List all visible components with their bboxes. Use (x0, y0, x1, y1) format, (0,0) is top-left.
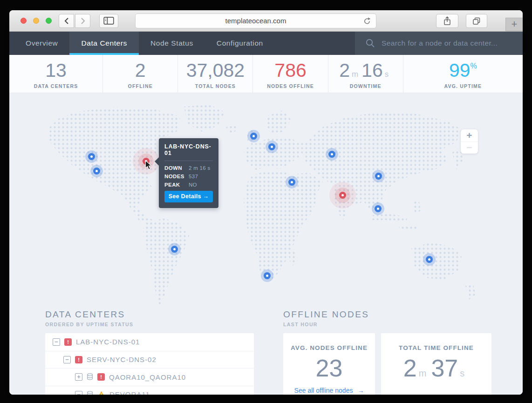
unit-label: s (385, 70, 389, 79)
database-icon (87, 391, 93, 395)
data-centers-subtitle: ORDERED BY UPTIME STATUS (45, 322, 254, 328)
tooltip-title: LAB-NYC-DNS-01 (164, 143, 213, 156)
bottom-panels: DATA CENTERS ORDERED BY UPTIME STATUS −!… (9, 308, 523, 395)
metric-label: AVG. NODES OFFLINE (291, 344, 368, 351)
marker-dot-icon (171, 246, 178, 253)
tooltip-row-label: PEAK (164, 182, 189, 188)
marker-dot-icon (88, 153, 95, 160)
metric-value: 23 (316, 356, 343, 380)
metric-value: 2m37s (403, 356, 469, 380)
offline-nodes-title: OFFLINE NODES (283, 309, 491, 320)
reload-icon (363, 17, 372, 26)
marker-dot-icon (375, 173, 382, 180)
zoom-out-button[interactable]: − (461, 141, 478, 154)
tab-overview[interactable]: Overview (14, 32, 69, 55)
share-button[interactable] (436, 14, 458, 28)
back-button[interactable] (59, 14, 74, 28)
tree-row[interactable]: −!SERV-NYC-DNS-02 (45, 351, 254, 369)
tooltip-row-value: NO (189, 182, 197, 188)
offline-nodes-subtitle: LAST HOUR (283, 322, 491, 328)
unit-label: m (419, 368, 427, 378)
marker-dot-icon (375, 205, 382, 212)
see-details-button[interactable]: See Details → (164, 191, 213, 202)
tree-row[interactable]: −DEVORA11 (45, 386, 254, 395)
alert-icon: ! (64, 338, 72, 346)
stat-downtime: 2m16sDOWNTIME (328, 55, 403, 93)
stat-value: 37,082 (186, 61, 245, 80)
marker-dot-icon (426, 256, 433, 263)
database-icon (87, 373, 93, 381)
marker-dot-icon (328, 151, 335, 158)
window-controls (20, 18, 52, 24)
url-text: templateocean.com (225, 17, 286, 25)
tree-toggle-collapse[interactable]: − (75, 391, 82, 395)
tab-node-status[interactable]: Node Status (139, 32, 205, 55)
metric-card-avg-nodes-offline: AVG. NODES OFFLINE23See all offline node… (283, 333, 375, 395)
new-tab-button[interactable]: + (505, 18, 523, 31)
tooltip-row-down: DOWN2 m 16 s (164, 165, 213, 171)
app-nav: OverviewData CentersNode StatusConfigura… (9, 32, 523, 55)
marker-dot-icon (288, 179, 295, 186)
tab-data-centers[interactable]: Data Centers (69, 32, 139, 55)
close-window-button[interactable] (20, 18, 27, 24)
tree-row[interactable]: −!LAB-NYC-DNS-01 (45, 333, 254, 351)
stat-value: 2 (135, 61, 146, 80)
data-centers-title: DATA CENTERS (45, 309, 254, 320)
tooltip-row-peak: PEAKNO (164, 182, 213, 188)
stat-value: 99% (449, 61, 477, 80)
offline-nodes-cards: AVG. NODES OFFLINE23See all offline node… (283, 333, 491, 395)
stats-strip: 13DATA CENTERS2OFFLINE37,082TOTAL NODES7… (9, 55, 523, 93)
stat-nodes-offline: 786NODES OFFLINE (253, 55, 328, 93)
tab-overview-button[interactable] (466, 14, 487, 28)
marker-dot-icon (264, 272, 271, 279)
tooltip-row-label: NODES (164, 174, 189, 179)
tab-configuration[interactable]: Configuration (205, 32, 275, 55)
reload-button[interactable] (363, 17, 372, 27)
tree-row-label: LAB-NYC-DNS-01 (76, 338, 140, 346)
forward-button[interactable] (75, 14, 90, 28)
stat-total-nodes: 37,082TOTAL NODES (178, 55, 253, 93)
arrow-right-icon: → (357, 387, 364, 394)
back-icon (64, 17, 69, 25)
maximize-window-button[interactable] (46, 18, 52, 24)
data-centers-panel: DATA CENTERS ORDERED BY UPTIME STATUS −!… (45, 309, 254, 395)
browser-window: templateocean.com + OverviewDa (9, 10, 523, 395)
tree-toggle-expand[interactable]: + (75, 373, 82, 381)
tree-row-label: QAORA10_QAORA10 (109, 373, 186, 381)
tabs-icon (472, 16, 481, 26)
stat-label: DOWNTIME (350, 83, 382, 89)
share-icon (443, 16, 451, 26)
minimize-window-button[interactable] (33, 18, 39, 24)
stat-label: AVG. UPTIME (444, 83, 482, 89)
zoom-in-button[interactable]: + (461, 129, 478, 141)
search-icon (365, 38, 375, 48)
stat-label: OFFLINE (128, 83, 153, 89)
metric-card-total-time-offline: TOTAL TIME OFFLINE2m37s (381, 333, 491, 395)
world-map: LAB-NYC-DNS-01 DOWN2 m 16 sNODES537PEAKN… (9, 93, 523, 308)
mouse-cursor-icon (145, 160, 152, 170)
tree-row[interactable]: +!QAORA10_QAORA10 (45, 368, 254, 386)
stat-value: 13 (45, 61, 67, 80)
tree-row-label: DEVORA11 (109, 390, 150, 395)
tree-toggle-collapse[interactable]: − (53, 338, 60, 346)
alert-icon: ! (75, 356, 82, 363)
search-input[interactable] (382, 39, 521, 47)
link-label: See all offline nodes (294, 387, 353, 394)
address-bar[interactable]: templateocean.com (135, 13, 376, 28)
stat-value: 786 (274, 61, 306, 80)
tree-toggle-collapse[interactable]: − (63, 356, 71, 363)
stat-label: DATA CENTERS (34, 83, 78, 89)
browser-toolbar: templateocean.com + (9, 10, 523, 32)
data-centers-tree: −!LAB-NYC-DNS-01−!SERV-NYC-DNS-02+!QAORA… (45, 333, 254, 395)
arrow-right-icon: → (203, 193, 209, 200)
search-box (355, 32, 523, 55)
stat-data-centers: 13DATA CENTERS (9, 55, 103, 93)
marker-dot-icon (339, 192, 346, 199)
metric-label: TOTAL TIME OFFLINE (399, 344, 474, 351)
sidebar-toggle-button[interactable] (99, 14, 118, 28)
tooltip-row-value: 537 (189, 174, 198, 179)
stat-avg-uptime: 99%AVG. UPTIME (403, 55, 523, 93)
see-all-offline-nodes-link[interactable]: See all offline nodes→ (294, 387, 364, 394)
unit-label: m (352, 70, 358, 79)
stat-label: NODES OFFLINE (267, 83, 314, 89)
